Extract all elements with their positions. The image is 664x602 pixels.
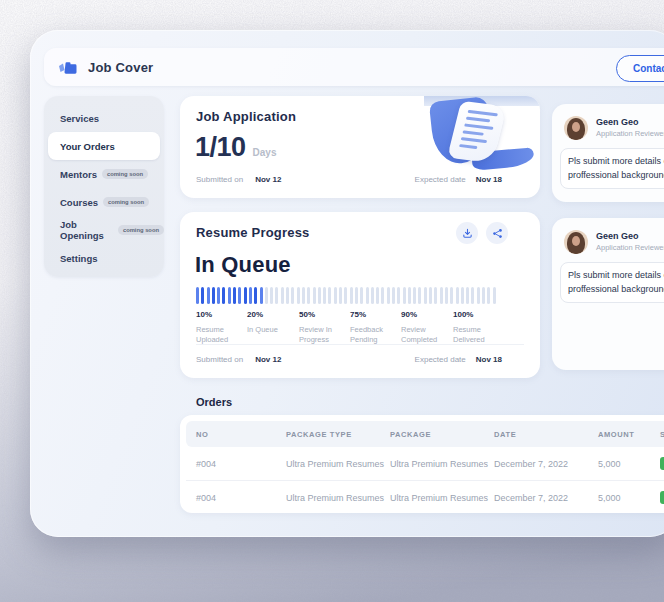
milestone: 90%Review Completed [401, 310, 449, 345]
sidebar-item-label: Settings [60, 253, 97, 264]
milestone: 50%Review In Progress [299, 310, 347, 345]
column-header-status: STATUS [660, 430, 664, 439]
orders-table: NO PACKAGE TYPE PACKAGE DATE AMOUNT STAT… [180, 415, 664, 513]
cell-package: Ultra Premium Resumes [390, 459, 488, 469]
reviewer-card: Geen Geo Application Reviewer Pls submit… [552, 104, 664, 202]
reviewer-name: Geen Geo [596, 231, 639, 241]
orders-section-title: Orders [196, 396, 232, 408]
resume-illustration [424, 96, 540, 170]
cell-package-type: Ultra Premium Resumes [286, 493, 384, 503]
divider [196, 344, 524, 345]
reviewer-message: Pls submit more details on your proffess… [560, 148, 664, 189]
expected-label: Expected date [415, 355, 466, 364]
brand-name: Job Cover [88, 60, 153, 75]
milestone-percent: 90% [401, 310, 449, 319]
resume-progress-title: Resume Progress [196, 225, 310, 240]
days-count: 1/10 [195, 132, 246, 163]
milestone: 75%Feedback Pending [350, 310, 398, 345]
reviewer-role: Application Reviewer [596, 129, 664, 138]
orders-table-header: NO PACKAGE TYPE PACKAGE DATE AMOUNT STAT… [186, 421, 664, 447]
column-header-package: PACKAGE [390, 430, 431, 439]
cell-amount: 5,000 [598, 459, 621, 469]
contact-us-button[interactable]: Contact Us [616, 55, 664, 82]
job-application-card: Job Application 1/10 Days Submitted onNo… [180, 96, 540, 198]
sidebar-item-label: Mentors [60, 169, 97, 180]
avatar [564, 230, 588, 254]
sidebar-item-label: Courses [60, 197, 98, 208]
milestone-percent: 20% [247, 310, 295, 319]
job-application-dates: Submitted onNov 12 Expected dateNov 18 [196, 175, 540, 187]
milestone: 10%Resume Uploaded [196, 310, 244, 345]
milestone-percent: 50% [299, 310, 347, 319]
progress-ticks [196, 287, 498, 304]
sidebar-nav: Services Your Orders Mentorscoming soon … [44, 96, 164, 277]
download-icon [462, 228, 473, 239]
progress-status: In Queue [195, 252, 291, 278]
sidebar-item-job-openings[interactable]: Job Openingscoming soon [44, 216, 164, 244]
sidebar-item-services[interactable]: Services [44, 104, 164, 132]
expected-date: Nov 18 [476, 175, 502, 184]
submitted-date: Nov 12 [255, 175, 281, 184]
share-button[interactable] [486, 222, 508, 244]
briefcase-logo-icon [58, 58, 80, 77]
sidebar-item-label: Job Openings [60, 219, 113, 241]
milestone-label: Feedback Pending [350, 325, 392, 345]
top-bar: Job Cover Contact Us [44, 48, 664, 86]
cell-no: #004 [196, 493, 216, 503]
milestone: 20%In Queue [247, 310, 295, 335]
message-line: Pls submit more details on your [568, 269, 664, 283]
status-badge [660, 457, 664, 470]
sidebar-item-label: Your Orders [60, 141, 115, 152]
message-line: proffessional background [568, 283, 664, 297]
submitted-label: Submitted on [196, 355, 243, 364]
cell-amount: 5,000 [598, 493, 621, 503]
message-line: proffessional background [568, 169, 664, 183]
column-header-no: NO [196, 430, 208, 439]
resume-progress-card: Resume Progress In Queue 10%Resume Uploa… [180, 212, 540, 378]
sidebar-item-your-orders[interactable]: Your Orders [48, 132, 160, 160]
milestone-percent: 10% [196, 310, 244, 319]
expected-label: Expected date [415, 175, 466, 184]
milestone: 100%Resume Delivered [453, 310, 501, 345]
cell-package: Ultra Premium Resumes [390, 493, 488, 503]
table-row: #004 Ultra Premium Resumes Ultra Premium… [186, 480, 664, 513]
share-icon [492, 228, 503, 239]
milestone-label: Review In Progress [299, 325, 341, 345]
coming-soon-badge: coming soon [118, 225, 164, 235]
coming-soon-badge: coming soon [102, 169, 148, 179]
app-window: Job Cover Contact Us Services Your Order… [30, 30, 664, 537]
milestone-label: Resume Delivered [453, 325, 495, 345]
column-header-date: DATE [494, 430, 516, 439]
cell-package-type: Ultra Premium Resumes [286, 459, 384, 469]
column-header-package-type: PACKAGE TYPE [286, 430, 352, 439]
reviewer-message: Pls submit more details on your proffess… [560, 262, 664, 303]
submitted-label: Submitted on [196, 175, 243, 184]
cell-no: #004 [196, 459, 216, 469]
table-row: #004 Ultra Premium Resumes Ultra Premium… [186, 447, 664, 480]
reviewer-role: Application Reviewer [596, 243, 664, 252]
brand-logo[interactable]: Job Cover [58, 58, 153, 77]
column-header-amount: AMOUNT [598, 430, 635, 439]
milestone-percent: 75% [350, 310, 398, 319]
cell-date: December 7, 2022 [494, 459, 568, 469]
sidebar-item-courses[interactable]: Coursescoming soon [44, 188, 164, 216]
milestone-percent: 100% [453, 310, 501, 319]
download-button[interactable] [456, 222, 478, 244]
reviewer-name: Geen Geo [596, 117, 639, 127]
sidebar-item-settings[interactable]: Settings [44, 244, 164, 272]
message-line: Pls submit more details on your [568, 155, 664, 169]
cell-date: December 7, 2022 [494, 493, 568, 503]
milestone-label: Resume Uploaded [196, 325, 238, 345]
coming-soon-badge: coming soon [103, 197, 149, 207]
milestone-label: In Queue [247, 325, 289, 335]
days-unit: Days [253, 147, 277, 158]
submitted-date: Nov 12 [255, 355, 281, 364]
status-badge [660, 491, 664, 504]
expected-date: Nov 18 [476, 355, 502, 364]
reviewer-card: Geen Geo Application Reviewer Pls submit… [552, 218, 664, 370]
resume-progress-dates: Submitted onNov 12 Expected dateNov 18 [196, 355, 540, 367]
avatar [564, 116, 588, 140]
sidebar-item-mentors[interactable]: Mentorscoming soon [44, 160, 164, 188]
job-application-title: Job Application [196, 109, 296, 124]
sidebar-item-label: Services [60, 113, 99, 124]
